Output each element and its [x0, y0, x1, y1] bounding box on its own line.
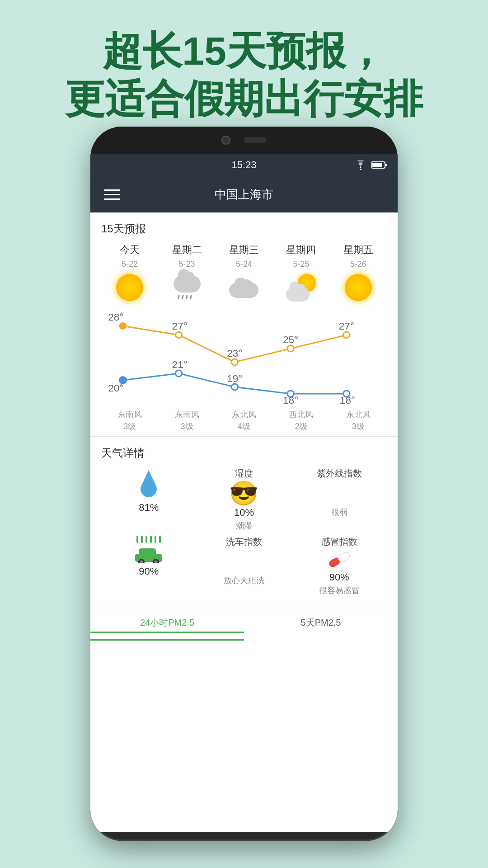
wind-col-4: 东北风 3级 [330, 409, 387, 432]
battery-icon [371, 161, 387, 169]
menu-button[interactable] [104, 189, 120, 200]
partly-cloudy-icon [285, 273, 317, 302]
temp-chart-container: 28° 27° 23° 25° 27° 20° 21° [90, 303, 398, 409]
forecast-date-0: 5-22 [122, 259, 138, 269]
status-icons [354, 160, 387, 170]
forecast-title: 15天预报 [101, 222, 387, 236]
bottom-tabs: 24小时PM2.5 5天PM2.5 [90, 610, 398, 641]
forecast-date-3: 5-25 [293, 259, 309, 269]
humidity-value: 81% [139, 502, 159, 514]
forecast-section: 15天预报 今天 5-22 星期二 5-23 [90, 212, 398, 303]
forecast-day-1: 星期二 [172, 243, 202, 257]
low-dot-1 [175, 370, 182, 377]
low-label-1: 21° [172, 359, 188, 370]
forecast-col-1: 星期二 5-23 [158, 243, 215, 303]
detail-uv-label: 湿度 😎 10% 潮湿 [197, 467, 292, 531]
tab-pm25-5d[interactable]: 5天PM2.5 [244, 610, 398, 641]
high-label-3: 25° [283, 334, 298, 345]
cold-label: 感冒指数 [321, 536, 357, 548]
detail-cold: 感冒指数 90% 很容易感冒 [291, 536, 387, 596]
forecast-col-0: 今天 5-22 [101, 243, 158, 303]
weather-icon-cloudy-2 [228, 272, 260, 303]
car-wash-icon [134, 536, 163, 563]
humidity-desc: 潮湿 [236, 520, 252, 531]
forecast-day-0: 今天 [120, 243, 140, 257]
wind-col-3: 西北风 2级 [272, 409, 329, 432]
status-bar: 15:23 [90, 154, 398, 176]
header-title: 超长15天预报， 更适合假期出行安排 [18, 27, 470, 123]
uv-value: 10% [234, 507, 254, 519]
phone-notch [90, 127, 398, 154]
high-label-2: 23° [227, 348, 242, 359]
detail-humidity: 81% [101, 467, 197, 531]
uv-icon-wrap: 😎 [229, 481, 258, 505]
details-section: 天气详情 81% 湿度 😎 [90, 441, 398, 600]
forecast-day-4: 星期五 [343, 243, 373, 257]
detail-carwash: 90% [101, 536, 197, 596]
carwash-label: 洗车指数 [226, 536, 262, 548]
high-label-0: 28° [108, 311, 123, 323]
pill-icon-wrap [327, 552, 352, 570]
pill-icon [327, 552, 352, 568]
page-header: 超长15天预报， 更适合假期出行安排 [0, 0, 488, 141]
sun-icon-2 [345, 274, 372, 301]
forecast-day-2: 星期三 [229, 243, 259, 257]
wind-col-0: 东南风 3级 [101, 409, 158, 432]
forecast-date-2: 5-24 [236, 259, 252, 269]
high-label-1: 27° [172, 321, 188, 332]
uv-label: 紫外线指数 [317, 467, 362, 480]
weather-icon-sunny-4 [343, 272, 374, 303]
forecast-date-4: 5-26 [350, 259, 366, 269]
tab-pm25-24h[interactable]: 24小时PM2.5 [90, 610, 244, 641]
humidity-label: 湿度 [235, 467, 253, 480]
low-label-2: 19° [227, 373, 242, 384]
forecast-col-4: 星期五 5-26 [330, 243, 387, 303]
forecast-date-1: 5-23 [179, 259, 195, 269]
carwash-value: 90% [139, 566, 159, 577]
temperature-chart: 28° 27° 23° 25° 27° 20° 21° [95, 303, 393, 407]
wind-col-2: 东北风 4级 [216, 409, 272, 432]
speaker [244, 137, 267, 143]
low-dot-2 [231, 384, 238, 390]
app-navbar: 中国上海市 [90, 176, 398, 212]
humidity-icon-wrap [136, 467, 161, 499]
svg-point-0 [360, 169, 361, 170]
low-label-0: 20° [108, 382, 123, 394]
phone-frame: 15:23 中国上海 [90, 127, 398, 841]
water-drop-icon [138, 469, 159, 497]
carwash-desc: 放心大胆洗 [224, 575, 264, 586]
high-dot-2 [231, 359, 238, 365]
high-dot-3 [287, 345, 294, 352]
tab-active-indicator [90, 632, 244, 633]
divider-2 [90, 605, 398, 605]
sun-icon [116, 274, 143, 301]
high-dot-1 [175, 332, 182, 338]
high-label-4: 27° [339, 321, 354, 332]
svg-rect-5 [139, 548, 156, 557]
weather-icon-rain-1 [171, 272, 203, 303]
cold-desc: 很容易感冒 [319, 585, 360, 596]
wind-grid: 东南风 3级 东南风 3级 东北风 4级 西北风 2级 东北风 3级 [90, 409, 398, 432]
forecast-day-3: 星期四 [286, 243, 316, 257]
city-name: 中国上海市 [215, 187, 273, 203]
cloud-icon [229, 278, 258, 298]
detail-uv: 紫外线指数 很弱 [291, 467, 387, 531]
weather-icon-sunny-0 [114, 272, 145, 303]
forecast-col-2: 星期三 5-24 [216, 243, 272, 303]
high-dot-0 [119, 322, 127, 330]
svg-rect-3 [385, 164, 387, 166]
forecast-col-3: 星期四 5-25 [272, 243, 329, 303]
details-title: 天气详情 [101, 446, 387, 460]
svg-rect-2 [372, 163, 382, 167]
car-svg-icon [134, 545, 163, 563]
low-label-3: 18° [283, 395, 298, 406]
phone-screen: 15天预报 今天 5-22 星期二 5-23 [90, 212, 398, 832]
forecast-grid: 今天 5-22 星期二 5-23 [101, 243, 387, 303]
details-grid: 81% 湿度 😎 10% 潮湿 紫外线指数 很弱 [101, 467, 387, 596]
cold-value: 90% [329, 571, 349, 583]
low-label-4: 18° [340, 395, 355, 406]
car-wash-streams [136, 536, 161, 543]
uv-desc: 很弱 [331, 507, 347, 518]
high-dot-4 [343, 332, 350, 338]
front-camera [221, 136, 230, 145]
